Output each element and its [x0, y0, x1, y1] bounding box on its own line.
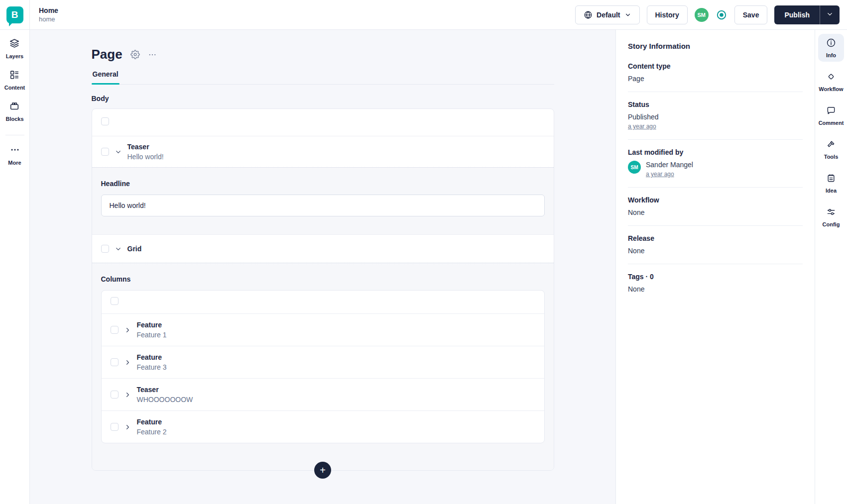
save-button[interactable]: Save [734, 5, 768, 24]
language-selector[interactable]: Default [575, 5, 639, 24]
block-row-grid[interactable]: Grid [92, 234, 554, 263]
panel-tab-workflow[interactable]: Workflow [818, 68, 844, 96]
modified-by-avatar: SM [628, 161, 641, 174]
workflow-section: Workflow None [628, 196, 803, 226]
page-options-icon[interactable] [148, 50, 157, 59]
sidebar-item-more[interactable]: More [8, 144, 21, 166]
block-subtitle: Feature 1 [137, 331, 167, 339]
block-checkbox[interactable] [111, 391, 119, 399]
chevron-down-icon [826, 10, 834, 19]
content-type-section: Content type Page [628, 62, 803, 92]
editor-area: Page General Body [30, 30, 615, 504]
columns-field-label: Columns [101, 275, 545, 283]
chevron-right-icon[interactable] [124, 391, 131, 399]
panel-title: Story Information [628, 42, 803, 50]
tab-general[interactable]: General [92, 70, 120, 84]
panel-tab-tools[interactable]: Tools [818, 135, 844, 163]
block-text: Grid [127, 245, 142, 253]
publish-dropdown-button[interactable] [820, 5, 840, 24]
panel-tab-config[interactable]: Config [818, 203, 844, 231]
app-root: B Layers Content Blocks [0, 0, 847, 504]
column-row[interactable]: Feature Feature 1 [102, 313, 544, 346]
content-icon [9, 69, 20, 82]
block-checkbox[interactable] [101, 148, 109, 156]
status-section: Status Published a year ago [628, 101, 803, 140]
content-type-label: Content type [628, 62, 803, 70]
history-button[interactable]: History [647, 5, 688, 24]
right-icon-rail: Info Workflow Comment [815, 30, 847, 504]
content-row: Page General Body [30, 30, 847, 504]
publish-button[interactable]: Publish [774, 5, 820, 24]
column-row[interactable]: Feature Feature 3 [102, 346, 544, 378]
tools-icon [826, 139, 836, 151]
panel-tab-comment[interactable]: Comment [818, 101, 844, 129]
select-all-checkbox[interactable] [111, 297, 119, 305]
status-value: Published [628, 113, 803, 121]
status-time-link[interactable]: a year ago [628, 123, 656, 130]
content-type-value: Page [628, 75, 803, 83]
chevron-right-icon[interactable] [124, 359, 131, 366]
last-modified-label: Last modified by [628, 148, 803, 156]
sidebar-item-content[interactable]: Content [4, 69, 25, 91]
panel-tab-label: Config [823, 221, 840, 227]
block-subtitle: WHOOOOOOOW [137, 396, 193, 403]
column-row[interactable]: Feature Feature 2 [102, 410, 544, 443]
preview-toggle-icon[interactable] [716, 9, 727, 21]
storyblok-logo[interactable]: B [0, 0, 29, 30]
modified-time-link[interactable]: a year ago [646, 171, 674, 178]
topbar: Home home Default History SM [30, 0, 847, 30]
story-information-panel: Story Information Content type Page Stat… [615, 30, 815, 504]
panel-tab-label: Idea [826, 188, 837, 194]
sidebar-item-label: More [8, 160, 21, 166]
block-text: Teaser Hello world! [127, 143, 164, 161]
block-title: Feature [137, 321, 167, 329]
story-slug: home [39, 15, 58, 23]
idea-icon [826, 173, 836, 185]
gear-icon[interactable] [130, 50, 140, 59]
sidebar-item-label: Blocks [5, 116, 23, 122]
chevron-right-icon[interactable] [124, 326, 131, 334]
column-row[interactable]: Teaser WHOOOOOOOW [102, 378, 544, 410]
modified-by-info: Sander Mangel a year ago [646, 161, 693, 178]
block-checkbox[interactable] [111, 423, 119, 431]
user-avatar[interactable]: SM [695, 8, 709, 22]
panel-tab-label: Info [826, 52, 836, 58]
release-label: Release [628, 234, 803, 242]
release-value: None [628, 247, 803, 255]
block-row-teaser[interactable]: Teaser Hello world! [92, 136, 554, 167]
block-checkbox[interactable] [111, 326, 119, 334]
workflow-icon [826, 72, 836, 84]
block-checkbox[interactable] [111, 358, 119, 366]
more-icon [9, 144, 20, 157]
chevron-right-icon[interactable] [124, 423, 131, 431]
sidebar-item-label: Layers [6, 53, 23, 59]
blocks-icon [9, 101, 20, 113]
block-text: Feature Feature 1 [137, 321, 167, 339]
last-modified-section: Last modified by SM Sander Mangel a year… [628, 148, 803, 188]
page-title: Page [92, 47, 122, 62]
nav-divider [5, 135, 24, 135]
panel-tab-label: Tools [824, 154, 839, 160]
block-checkbox[interactable] [101, 245, 109, 253]
sidebar-item-layers[interactable]: Layers [6, 38, 23, 59]
select-all-checkbox[interactable] [101, 117, 109, 125]
add-block-button[interactable]: + [314, 462, 331, 479]
globe-icon [584, 10, 593, 19]
headline-field-label: Headline [101, 180, 545, 188]
chevron-down-icon[interactable] [115, 148, 122, 156]
select-all-row [102, 291, 544, 313]
block-title: Grid [127, 245, 142, 253]
block-title: Teaser [127, 143, 164, 151]
headline-input[interactable] [101, 195, 545, 216]
status-label: Status [628, 101, 803, 108]
workflow-label: Workflow [628, 196, 803, 204]
storyblok-logo-icon: B [6, 6, 23, 23]
block-title: Feature [137, 353, 167, 361]
panel-tab-idea[interactable]: Idea [818, 169, 844, 197]
tags-label: Tags · 0 [628, 273, 803, 281]
story-meta: Home home [39, 6, 58, 23]
chevron-down-icon[interactable] [115, 245, 122, 253]
sidebar-item-blocks[interactable]: Blocks [5, 101, 23, 122]
left-nav: Layers Content Blocks More [0, 30, 29, 176]
panel-tab-info[interactable]: Info [818, 34, 844, 62]
